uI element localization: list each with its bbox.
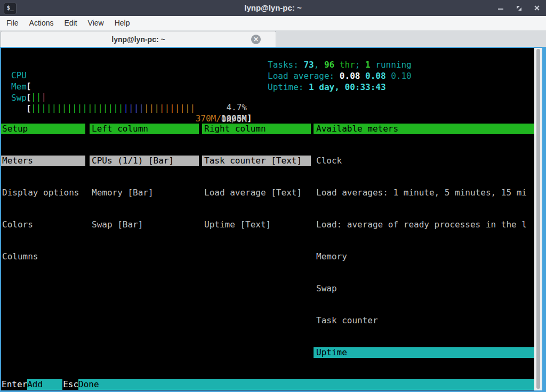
swap-meter-label: Swp — [11, 93, 27, 103]
function-bar: Enter Add Esc Done — [1, 379, 535, 390]
tab-close-icon[interactable]: ✕ — [251, 35, 261, 44]
right-column-item-load-average[interactable]: Load average [Text] — [202, 187, 311, 198]
done-button[interactable]: Done — [78, 379, 535, 390]
menubar: File Actions Edit View Help — [0, 16, 546, 30]
maximize-icon[interactable] — [515, 4, 523, 12]
load-average-stat: Load average: 0.08 0.08 0.10 — [268, 71, 412, 81]
terminal-scrollbar[interactable] — [534, 48, 542, 390]
meter-item-swap[interactable]: Swap — [314, 283, 534, 294]
setup-item-colors[interactable]: Colors — [1, 219, 85, 230]
terminal-screen: CPU [ ||| 4.7% ] Mem [ |||||||||||||||||… — [1, 48, 534, 390]
left-column-item-memory[interactable]: Memory [Bar] — [90, 187, 199, 198]
uptime-value: 1 day, 00:33:43 — [309, 82, 386, 92]
load-5min: 0.08 — [365, 71, 391, 81]
load-label: Load average: — [268, 71, 340, 81]
menu-actions[interactable]: Actions — [24, 16, 59, 30]
tabbar: lynp@lyn-pc: ~ ✕ — [0, 30, 546, 47]
menu-view[interactable]: View — [83, 16, 109, 30]
minimize-icon[interactable] — [497, 4, 504, 12]
left-column-item-cpus[interactable]: CPUs (1/1) [Bar] — [90, 156, 199, 166]
tasks-running-label: running — [371, 60, 412, 70]
load-1min: 0.08 — [340, 71, 365, 81]
panel-setup: Setup Meters Display options Colors Colu… — [1, 102, 85, 283]
setup-item-meters[interactable]: Meters — [1, 156, 85, 166]
menu-edit[interactable]: Edit — [59, 16, 82, 30]
setup-item-columns[interactable]: Columns — [1, 251, 85, 262]
meter-item-task-counter[interactable]: Task counter — [314, 315, 534, 326]
panel-available-meters-header: Available meters — [314, 124, 534, 134]
mem-meter: Mem [ |||||||||||||||||||||||||||||||| 3… — [1, 71, 252, 81]
window-title: lynp@lyn-pc: ~ — [0, 0, 546, 16]
panel-left-column: Left column CPUs (1/1) [Bar] Memory [Bar… — [90, 102, 199, 251]
tasks-thr-label: thr — [334, 60, 355, 70]
close-icon[interactable] — [533, 4, 541, 12]
tasks-stat: Tasks: 73, 96 thr; 1 running — [268, 60, 412, 70]
cpu-meter-bars: ||| — [31, 92, 46, 102]
panel-right-column: Right column Task counter [Text] Load av… — [202, 102, 311, 251]
setup-item-display-options[interactable]: Display options — [1, 187, 85, 198]
meter-item-uptime-selected[interactable]: Uptime — [314, 347, 534, 358]
uptime-stat: Uptime: 1 day, 00:33:43 — [268, 82, 386, 93]
esc-key-label: Esc — [62, 379, 78, 390]
tasks-separator: , — [314, 60, 324, 70]
tasks-label: Tasks: — [268, 60, 303, 70]
scrollbar-thumb[interactable] — [536, 49, 540, 389]
panel-setup-header: Setup — [1, 124, 85, 134]
enter-key-label: Enter — [1, 379, 27, 390]
terminal-frame: CPU [ ||| 4.7% ] Mem [ |||||||||||||||||… — [0, 47, 546, 392]
swap-meter: Swp [ 0K/0K ] — [1, 82, 252, 93]
tasks-running-count: 1 — [365, 60, 371, 70]
meter-item-clock[interactable]: Clock — [314, 156, 534, 166]
tasks-semicolon: ; — [355, 60, 365, 70]
window-controls — [497, 0, 541, 16]
right-column-item-task-counter[interactable]: Task counter [Text] — [202, 156, 311, 166]
meter-item-load-averages[interactable]: Load averages: 1 minute, 5 minutes, 15 m… — [314, 187, 534, 198]
load-15min: 0.10 — [391, 71, 412, 81]
uptime-label: Uptime: — [268, 82, 309, 92]
right-column-item-uptime[interactable]: Uptime [Text] — [202, 219, 311, 230]
add-button[interactable]: Add — [27, 379, 62, 390]
menu-help[interactable]: Help — [109, 16, 135, 30]
tab-title: lynp@lyn-pc: ~ — [1, 31, 276, 47]
titlebar: $_ lynp@lyn-pc: ~ — [0, 0, 546, 16]
tasks-thread-count: 96 — [324, 60, 334, 70]
panel-left-column-header: Left column — [90, 124, 199, 134]
menu-file[interactable]: File — [1, 16, 24, 30]
terminal-tab[interactable]: lynp@lyn-pc: ~ ✕ — [1, 31, 276, 47]
meter-item-memory[interactable]: Memory — [314, 251, 534, 262]
panel-right-column-header: Right column — [202, 124, 311, 134]
panel-available-meters: Available meters Clock Load averages: 1 … — [314, 102, 534, 392]
meter-item-load[interactable]: Load: average of ready processes in the … — [314, 219, 534, 230]
cpu-meter: CPU [ ||| 4.7% ] — [1, 60, 252, 70]
tasks-count: 73 — [303, 60, 314, 70]
left-column-item-swap[interactable]: Swap [Bar] — [90, 219, 199, 230]
